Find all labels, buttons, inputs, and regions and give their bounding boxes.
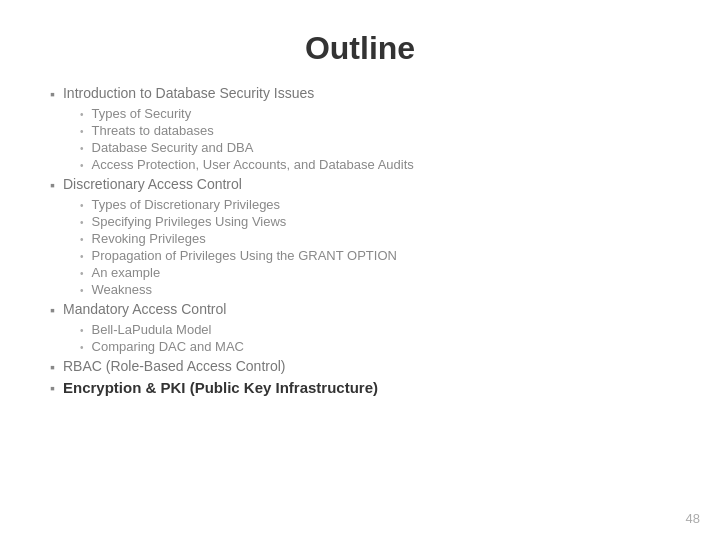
section-bullet-icon: ▪ (50, 380, 55, 396)
section-bullet-icon: ▪ (50, 177, 55, 193)
sub-item-label: Threats to databases (92, 123, 214, 138)
section-item: ▪Discretionary Access Control (50, 176, 670, 193)
sub-item-label: Access Protection, User Accounts, and Da… (92, 157, 414, 172)
sub-bullet-icon: • (80, 200, 84, 211)
section-label: Discretionary Access Control (63, 176, 242, 192)
sub-item-label: An example (92, 265, 161, 280)
sub-item: •Propagation of Privileges Using the GRA… (80, 248, 670, 263)
sub-bullet-icon: • (80, 285, 84, 296)
sub-bullet-icon: • (80, 251, 84, 262)
sub-bullet-icon: • (80, 234, 84, 245)
sub-item: •Weakness (80, 282, 670, 297)
sub-item: •Bell-LaPudula Model (80, 322, 670, 337)
sub-item: •Revoking Privileges (80, 231, 670, 246)
section-item: ▪Mandatory Access Control (50, 301, 670, 318)
page-number: 48 (686, 511, 700, 526)
sub-item-label: Bell-LaPudula Model (92, 322, 212, 337)
sub-bullet-icon: • (80, 160, 84, 171)
sub-item-label: Specifying Privileges Using Views (92, 214, 287, 229)
slide: Outline ▪Introduction to Database Securi… (0, 0, 720, 540)
sub-item: •Specifying Privileges Using Views (80, 214, 670, 229)
sub-item: •Database Security and DBA (80, 140, 670, 155)
sub-bullet-icon: • (80, 342, 84, 353)
section-label: Mandatory Access Control (63, 301, 226, 317)
sub-item: •An example (80, 265, 670, 280)
sub-list: •Types of Discretionary Privileges•Speci… (80, 197, 670, 297)
section-item: ▪RBAC (Role-Based Access Control) (50, 358, 670, 375)
sub-item: •Types of Security (80, 106, 670, 121)
section-bullet-icon: ▪ (50, 302, 55, 318)
sub-bullet-icon: • (80, 268, 84, 279)
section-bullet-icon: ▪ (50, 86, 55, 102)
section-label: Introduction to Database Security Issues (63, 85, 314, 101)
sub-bullet-icon: • (80, 109, 84, 120)
sub-item-label: Types of Security (92, 106, 192, 121)
sub-bullet-icon: • (80, 143, 84, 154)
section-bullet-icon: ▪ (50, 359, 55, 375)
sub-list: •Types of Security•Threats to databases•… (80, 106, 670, 172)
section-item: ▪Introduction to Database Security Issue… (50, 85, 670, 102)
sub-item-label: Comparing DAC and MAC (92, 339, 244, 354)
sub-item: •Access Protection, User Accounts, and D… (80, 157, 670, 172)
section-label: RBAC (Role-Based Access Control) (63, 358, 286, 374)
sub-item: •Comparing DAC and MAC (80, 339, 670, 354)
sub-list: •Bell-LaPudula Model•Comparing DAC and M… (80, 322, 670, 354)
sub-bullet-icon: • (80, 217, 84, 228)
sub-item-label: Database Security and DBA (92, 140, 254, 155)
section-item: ▪Encryption & PKI (Public Key Infrastruc… (50, 379, 670, 396)
sub-item-label: Weakness (92, 282, 152, 297)
outline-content: ▪Introduction to Database Security Issue… (50, 85, 670, 396)
sub-item: •Types of Discretionary Privileges (80, 197, 670, 212)
sub-item-label: Revoking Privileges (92, 231, 206, 246)
sub-bullet-icon: • (80, 325, 84, 336)
slide-title: Outline (50, 30, 670, 67)
sub-bullet-icon: • (80, 126, 84, 137)
sub-item: •Threats to databases (80, 123, 670, 138)
sub-item-label: Types of Discretionary Privileges (92, 197, 281, 212)
section-label: Encryption & PKI (Public Key Infrastruct… (63, 379, 378, 396)
sub-item-label: Propagation of Privileges Using the GRAN… (92, 248, 397, 263)
